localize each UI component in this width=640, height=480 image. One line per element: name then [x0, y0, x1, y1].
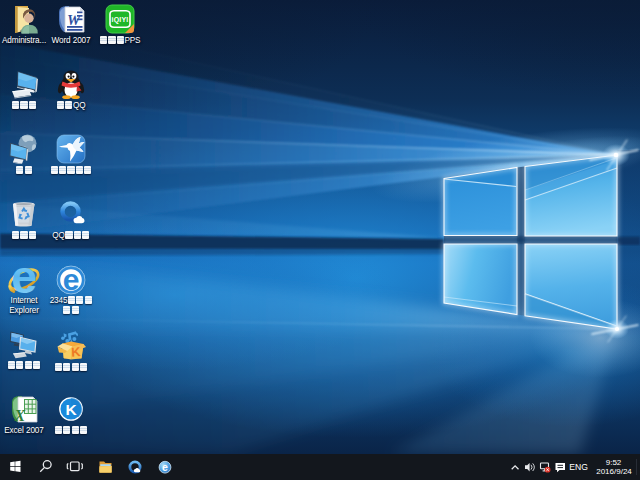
svg-text:K: K [71, 344, 82, 360]
svg-text:K: K [65, 401, 77, 418]
svg-text:e: e [162, 461, 168, 473]
svg-text:e: e [63, 264, 80, 296]
svg-text:iQIYI: iQIYI [112, 16, 129, 24]
svg-text:2016/9/24: 2016/9/24 [596, 467, 632, 476]
svg-text:ENG: ENG [569, 462, 588, 472]
svg-text:9:52: 9:52 [606, 458, 622, 467]
svg-text:X: X [14, 407, 26, 424]
